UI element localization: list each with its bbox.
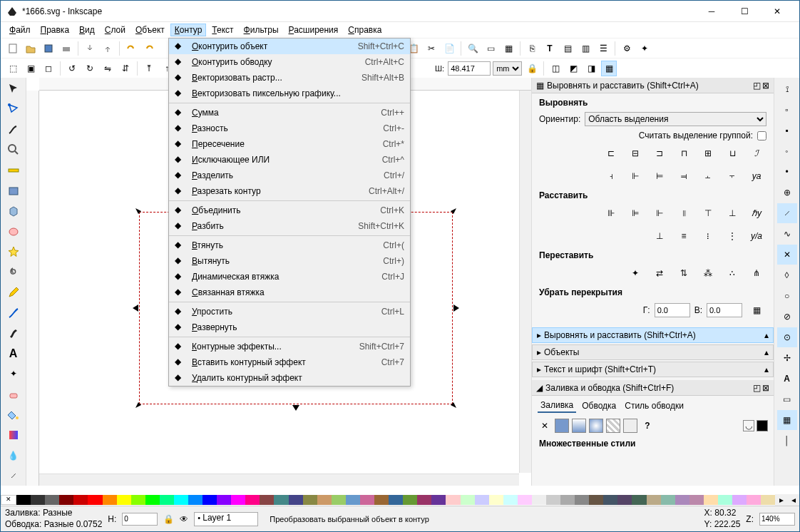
snap-node-button[interactable]: ⟋ (777, 203, 797, 223)
align-left-in-button[interactable]: ⊩ (625, 168, 645, 185)
palette-color[interactable] (217, 495, 231, 505)
align-top-out-button[interactable]: ⫠ (698, 168, 718, 185)
palette-color[interactable] (131, 495, 145, 505)
palette-none[interactable]: ✕ (1, 495, 16, 505)
spiral-tool[interactable] (4, 262, 24, 282)
fill-panel-detach-button[interactable]: ◰ (753, 383, 761, 393)
palette-color[interactable] (274, 495, 288, 505)
palette-color[interactable] (188, 495, 202, 505)
panel-collapser[interactable]: ▸Объекты▴ (532, 344, 774, 360)
fill-panel-close-button[interactable]: ⊠ (762, 383, 769, 393)
import-button[interactable] (82, 41, 98, 56)
panel-detach-button[interactable]: ◰ (753, 81, 761, 91)
pattern-button[interactable] (606, 419, 620, 433)
snap-object-center-button[interactable]: ⊙ (777, 327, 797, 347)
orient-select[interactable]: Область выделения (585, 112, 766, 126)
unit-select[interactable]: mm (493, 61, 522, 76)
snap-bbox-midpoint-button[interactable]: • (777, 162, 797, 182)
palette-color[interactable] (231, 495, 245, 505)
scale-pattern-button[interactable]: ▦ (601, 61, 617, 76)
palette-color[interactable] (431, 495, 446, 505)
zoom-drawing-button[interactable]: ▦ (501, 41, 516, 56)
resize-handle-ne[interactable] (448, 208, 456, 217)
align-right-edge-button[interactable]: ⊐ (650, 145, 670, 162)
palette-color[interactable] (332, 495, 346, 505)
menu-item[interactable]: ◆Разрезать контурCtrl+Alt+/ (169, 183, 410, 199)
palette-color[interactable] (632, 495, 646, 505)
zoom-tool[interactable] (4, 140, 24, 160)
connector-layout-button[interactable]: ⋔ (747, 265, 766, 282)
palette-color[interactable] (260, 495, 274, 505)
fill-tab[interactable]: Заливка (538, 399, 576, 413)
palette-color[interactable] (346, 495, 360, 505)
palette-color[interactable] (503, 495, 518, 505)
menu-item[interactable]: ◆ВтянутьCtrl+( (169, 237, 410, 253)
align-left-out-button[interactable]: ⫞ (601, 168, 621, 185)
node-tool[interactable] (4, 100, 24, 120)
measure-tool[interactable] (4, 160, 24, 180)
snap-bbox-corner-button[interactable]: ◦ (777, 141, 797, 161)
minimize-button[interactable]: ─ (695, 1, 728, 22)
menu-item[interactable]: ◆РазбитьShift+Ctrl+K (169, 218, 410, 234)
palette-color[interactable] (761, 495, 775, 505)
rotate-cw-button[interactable]: ↻ (82, 61, 98, 76)
snap-enable-button[interactable]: ⟟ (777, 79, 797, 99)
dist-equal-v-button[interactable]: ⋮ (722, 227, 742, 245)
palette-color[interactable] (560, 495, 575, 505)
menu-item[interactable]: ◆Связанная втяжка (169, 285, 410, 300)
dist-right-button[interactable]: ⊩ (650, 205, 670, 222)
snap-grid-button[interactable]: ▦ (777, 410, 797, 430)
palette-scroll[interactable]: ▸ (775, 494, 787, 506)
align-center-v-button[interactable]: ⊞ (698, 145, 718, 162)
menu-текст[interactable]: Текст (207, 24, 237, 36)
panel-close-button[interactable]: ⊠ (762, 81, 769, 91)
snap-cusp-button[interactable]: ◊ (777, 265, 797, 285)
unknown-fill-button[interactable]: ? (640, 419, 655, 433)
resize-handle-s[interactable] (292, 402, 300, 411)
palette-color[interactable] (45, 495, 59, 505)
rect-tool[interactable] (4, 181, 24, 201)
align-bottom-out-button[interactable]: ⫟ (722, 168, 742, 185)
palette-color[interactable] (202, 495, 217, 505)
snap-midpoint-button[interactable]: ⊘ (777, 307, 797, 327)
palette-color[interactable] (31, 495, 45, 505)
align-left-edge-button[interactable]: ⊏ (601, 145, 621, 162)
align-top-edge-button[interactable]: ⊓ (674, 145, 694, 162)
palette-color[interactable] (446, 495, 460, 505)
close-button[interactable]: ✕ (761, 1, 794, 22)
align-button[interactable]: ▥ (578, 41, 593, 56)
flip-h-button[interactable]: ⇋ (100, 61, 116, 76)
layers-button[interactable]: ☰ (595, 41, 611, 56)
box3d-tool[interactable] (4, 201, 24, 221)
width-input[interactable] (448, 61, 491, 76)
palette-color[interactable] (88, 495, 102, 505)
menu-фильтры[interactable]: Фильтры (240, 24, 283, 36)
raise-top-button[interactable]: ⤒ (141, 61, 157, 76)
menu-файл[interactable]: Файл (5, 24, 35, 36)
linear-grad-button[interactable] (572, 419, 586, 433)
xml-button[interactable]: ▤ (560, 41, 575, 56)
palette-color[interactable] (417, 495, 431, 505)
menu-item[interactable]: ◆ОбъединитьCtrl+K (169, 203, 410, 218)
menu-item[interactable]: ◆Векторизовать растр...Shift+Alt+B (169, 70, 410, 86)
snap-intersection-button[interactable]: ✕ (777, 245, 797, 265)
dist-gap-v-button[interactable]: ≡ (674, 227, 694, 245)
menu-item[interactable]: ◆РазделитьCtrl+/ (169, 168, 410, 183)
snap-bbox-center-button[interactable]: ⊕ (777, 183, 797, 203)
save-file-button[interactable] (41, 41, 56, 56)
dropper-tool[interactable]: 💧 (4, 446, 24, 466)
layer-lock-icon[interactable]: 🔒 (163, 514, 174, 524)
resize-handle-e[interactable] (451, 304, 459, 312)
layer-selector[interactable]: • Layer 1 (194, 512, 258, 526)
remove-overlap-button[interactable]: ▦ (747, 302, 766, 319)
menu-item[interactable]: ◆УпроститьCtrl+L (169, 304, 410, 319)
align-right-in-button[interactable]: ⊨ (650, 168, 670, 185)
menu-item[interactable]: ◆Оконтурить обводкуCtrl+Alt+C (169, 54, 410, 70)
palette-color[interactable] (389, 495, 403, 505)
dist-bottom-button[interactable]: ⊥ (650, 227, 670, 245)
group-checkbox[interactable] (757, 131, 766, 140)
snap-rotation-center-button[interactable]: ✢ (777, 348, 797, 368)
palette-color[interactable] (661, 495, 675, 505)
align-center-h-button[interactable]: ⊟ (625, 145, 645, 162)
snap-page-border-button[interactable]: ▭ (777, 389, 797, 409)
